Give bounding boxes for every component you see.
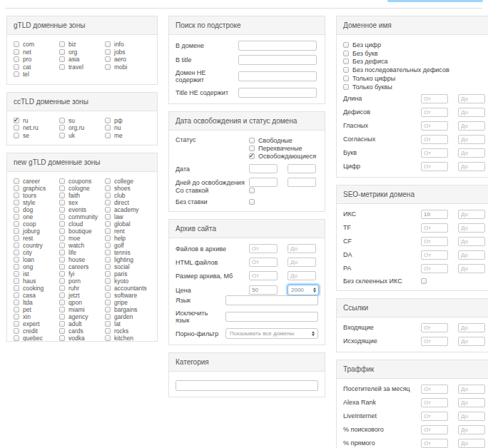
checkbox-item[interactable]: one: [14, 213, 59, 220]
checkbox-item[interactable]: fyi: [59, 270, 105, 278]
checkbox-item[interactable]: software: [105, 292, 151, 299]
checkbox-icon[interactable]: [59, 193, 65, 198]
checkbox-item[interactable]: kitchen: [105, 335, 151, 341]
from-input[interactable]: [421, 162, 448, 171]
from-input[interactable]: [421, 264, 448, 273]
checkbox-item[interactable]: kyoto: [105, 278, 151, 285]
checkbox-item[interactable]: su: [59, 117, 105, 125]
checkbox-item[interactable]: xin: [14, 313, 59, 320]
from-input[interactable]: [421, 412, 448, 421]
from-input[interactable]: [421, 210, 448, 219]
checkbox-item[interactable]: credit: [14, 327, 59, 335]
checkbox-item[interactable]: loan: [14, 256, 59, 263]
checkbox-icon[interactable]: [14, 264, 19, 270]
checkbox-icon[interactable]: [105, 307, 111, 312]
checkbox-item[interactable]: events: [59, 206, 105, 213]
from-input[interactable]: [249, 178, 278, 187]
to-input[interactable]: [458, 108, 485, 117]
checkbox-icon[interactable]: [105, 193, 111, 198]
to-input[interactable]: [458, 148, 485, 158]
checkbox-item[interactable]: haus: [14, 278, 59, 285]
to-input[interactable]: [458, 425, 485, 434]
checkbox-item[interactable]: life: [59, 249, 105, 256]
checkbox-item[interactable]: help: [105, 235, 151, 242]
checkbox-icon[interactable]: [105, 178, 111, 184]
checkbox-icon[interactable]: [14, 228, 19, 234]
checkbox-item[interactable]: net: [14, 49, 59, 56]
checkbox-item[interactable]: asia: [59, 56, 105, 63]
checkbox-item[interactable]: gripe: [105, 299, 151, 306]
top-button-fragment[interactable]: [387, 0, 483, 2]
checkbox-icon[interactable]: [105, 214, 111, 220]
checkbox-icon[interactable]: [105, 321, 111, 327]
checkbox-icon[interactable]: [105, 49, 111, 55]
checkbox-item[interactable]: direct: [105, 199, 151, 206]
checkbox-item[interactable]: cooking: [14, 285, 59, 292]
checkbox-icon[interactable]: [14, 71, 19, 77]
checkbox-item[interactable]: org: [59, 49, 105, 56]
from-input[interactable]: [421, 385, 448, 394]
checkbox-item[interactable]: nu: [105, 124, 151, 132]
checkbox-item[interactable]: miami: [59, 306, 105, 313]
checkbox-item[interactable]: bargains: [105, 306, 151, 313]
to-input[interactable]: [458, 264, 485, 273]
checkbox-item[interactable]: org.ru: [59, 124, 105, 132]
exclude-language-input[interactable]: [225, 312, 318, 322]
checkbox-icon[interactable]: [14, 56, 19, 62]
checkbox-icon[interactable]: [105, 264, 111, 270]
checkbox-icon[interactable]: [14, 49, 19, 55]
checkbox-item[interactable]: rocks: [105, 327, 151, 335]
from-input[interactable]: [249, 164, 278, 173]
checkbox-item[interactable]: dog: [14, 206, 59, 213]
checkbox-icon[interactable]: [14, 185, 19, 191]
checkbox-item[interactable]: paris: [105, 270, 151, 278]
number-stepper[interactable]: [288, 285, 319, 295]
checkbox-item[interactable]: graphics: [14, 185, 59, 192]
stepper-icon[interactable]: [313, 287, 316, 293]
checkbox-item[interactable]: pro: [14, 56, 59, 63]
from-input[interactable]: [421, 250, 448, 260]
checkbox-item[interactable]: Без последовательных дефисов: [343, 66, 485, 74]
checkbox-item[interactable]: ltda: [14, 299, 59, 306]
checkbox-icon[interactable]: [105, 328, 111, 334]
checkbox-item[interactable]: tel: [14, 71, 59, 78]
checkbox-icon[interactable]: [59, 133, 65, 138]
checkbox-icon[interactable]: [14, 64, 19, 70]
checkbox-icon[interactable]: [105, 285, 111, 291]
from-input[interactable]: [421, 439, 448, 448]
checkbox-icon[interactable]: [59, 207, 65, 213]
checkbox-item[interactable]: aero: [105, 56, 151, 63]
checkbox-icon[interactable]: [14, 250, 19, 255]
from-input[interactable]: [421, 425, 448, 434]
checkbox-item[interactable]: info: [105, 41, 151, 49]
checkbox-icon[interactable]: [105, 243, 111, 248]
checkbox-icon[interactable]: [14, 321, 19, 327]
checkbox-icon[interactable]: [59, 321, 65, 327]
checkbox-item[interactable]: lat: [105, 320, 151, 327]
from-input[interactable]: [249, 285, 278, 295]
checkbox-icon[interactable]: [14, 235, 19, 241]
checkbox-icon[interactable]: [59, 178, 65, 184]
checkbox-item[interactable]: moe: [59, 235, 105, 242]
checkbox-item[interactable]: college: [105, 178, 151, 185]
to-input[interactable]: [288, 258, 316, 267]
checkbox-icon[interactable]: [14, 257, 19, 263]
checkbox-icon[interactable]: [59, 314, 65, 320]
checkbox-item[interactable]: uk: [59, 132, 105, 140]
to-input[interactable]: [458, 162, 485, 171]
checkbox-icon[interactable]: [59, 118, 65, 123]
checkbox-icon[interactable]: [105, 207, 111, 213]
checkbox-icon[interactable]: [105, 221, 111, 227]
checkbox-item[interactable]: golf: [105, 242, 151, 249]
from-input[interactable]: [421, 337, 448, 346]
checkbox-item[interactable]: tours: [14, 192, 59, 199]
to-input[interactable]: [458, 135, 485, 144]
checkbox-icon[interactable]: [59, 335, 65, 341]
checkbox-item[interactable]: ong: [14, 263, 59, 270]
checkbox-icon[interactable]: [105, 292, 111, 298]
checkbox-item[interactable]: watch: [59, 242, 105, 249]
from-input[interactable]: [249, 271, 278, 280]
to-input[interactable]: [288, 271, 316, 280]
checkbox-item[interactable]: coop: [14, 220, 59, 228]
checkbox-icon[interactable]: [59, 228, 65, 234]
